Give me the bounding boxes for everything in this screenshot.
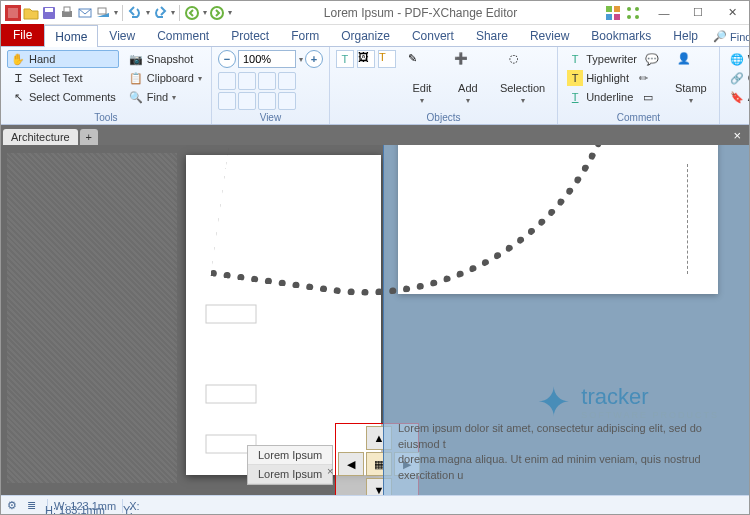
edit-button[interactable]: ✎Edit▾ — [402, 50, 442, 107]
web-links-button[interactable]: 🌐Web Links▾ — [726, 50, 750, 68]
zoom-in-button[interactable]: + — [305, 50, 323, 68]
selection-icon: ◌ — [509, 52, 537, 80]
statusbar: ⚙ ≣ W: 123.1mm X: — [1, 495, 749, 515]
view-opt[interactable] — [218, 72, 236, 90]
hand-tool[interactable]: ✋Hand — [7, 50, 119, 68]
quick-access-toolbar: ▾ ▾ ▾ ▾ ▾ — [1, 5, 236, 21]
ui-opt-2-icon[interactable] — [625, 5, 641, 21]
undo-icon[interactable] — [127, 5, 143, 21]
note-icon[interactable]: 💬 — [644, 51, 660, 67]
logo-mark-icon: ✦ — [537, 379, 571, 425]
tab-protect[interactable]: Protect — [220, 24, 280, 46]
view-opt[interactable] — [278, 72, 296, 90]
document-tabstrip: Architecture + × — [1, 125, 749, 145]
redo-icon[interactable] — [152, 5, 168, 21]
find-icon: 🔍 — [128, 89, 144, 105]
tracker-logo: ✦ tracker SOFTWARE PRODUCTS — [537, 379, 719, 425]
edit-image-icon[interactable]: 🖼 — [357, 50, 375, 68]
doc-tab-add[interactable]: + — [80, 129, 98, 145]
shape-icon[interactable]: ▭ — [640, 89, 656, 105]
open-icon[interactable] — [23, 5, 39, 21]
pencil-icon[interactable]: ✏ — [636, 70, 652, 86]
svg-point-15 — [627, 15, 631, 19]
add-bookmark-button[interactable]: 🔖Add Bookmark — [726, 88, 750, 106]
status-y: Y: — [123, 504, 133, 515]
tab-home[interactable]: Home — [44, 25, 98, 47]
titlebar: ▾ ▾ ▾ ▾ ▾ Lorem Ipsum - PDF-XChange Edit… — [1, 1, 749, 25]
file-tab[interactable]: File — [1, 24, 44, 46]
highlight-tool[interactable]: THighlight✏ — [564, 69, 663, 87]
dock-left-icon[interactable]: ◀ — [338, 452, 364, 476]
stamp-icon: 👤 — [677, 52, 705, 80]
maximize-button[interactable]: ☐ — [681, 1, 715, 25]
view-opt[interactable] — [238, 92, 256, 110]
tab-form[interactable]: Form — [280, 24, 330, 46]
dragged-window-overlay[interactable]: ✦ tracker SOFTWARE PRODUCTS Lorem ipsum … — [383, 145, 749, 495]
ui-opt-1-icon[interactable] — [605, 5, 621, 21]
zoom-input[interactable] — [238, 50, 296, 68]
svg-point-16 — [635, 15, 639, 19]
typewriter-tool[interactable]: TTypewriter💬 — [564, 50, 663, 68]
doc-tab-architecture[interactable]: Architecture — [3, 129, 78, 145]
tab-review[interactable]: Review — [519, 24, 580, 46]
tab-help[interactable]: Help — [662, 24, 709, 46]
create-link-button[interactable]: 🔗Create Link — [726, 69, 750, 87]
tab-convert[interactable]: Convert — [401, 24, 465, 46]
svg-rect-2 — [45, 8, 53, 12]
svg-rect-4 — [64, 7, 70, 12]
tab-bookmarks[interactable]: Bookmarks — [580, 24, 662, 46]
tab-share[interactable]: Share — [465, 24, 519, 46]
doc-tab-close[interactable]: × — [725, 126, 749, 145]
selection-button[interactable]: ◌Selection▾ — [494, 50, 551, 107]
menu-tabstrip: File Home View Comment Protect Form Orga… — [1, 25, 749, 47]
view-opt[interactable] — [218, 92, 236, 110]
group-links: 🌐Web Links▾ 🔗Create Link 🔖Add Bookmark L… — [720, 47, 750, 124]
globe-icon: 🌐 — [729, 51, 745, 67]
svg-rect-12 — [614, 14, 620, 20]
add-text-icon[interactable]: T — [378, 50, 396, 68]
view-opt[interactable] — [258, 92, 276, 110]
float-label-2[interactable]: Lorem Ipsum — [248, 465, 332, 484]
layers-icon[interactable]: ≣ — [27, 499, 41, 513]
qat-dropdown-icon[interactable]: ▾ — [114, 8, 118, 17]
add-button[interactable]: ➕Add▾ — [448, 50, 488, 107]
nav-next-icon[interactable] — [209, 5, 225, 21]
zoom-out-button[interactable]: − — [218, 50, 236, 68]
tab-view[interactable]: View — [98, 24, 146, 46]
window-title: Lorem Ipsum - PDF-XChange Editor — [236, 6, 605, 20]
highlight-icon: T — [567, 70, 583, 86]
underline-tool[interactable]: TUnderline▭ — [564, 88, 663, 106]
float-close-icon[interactable]: × — [327, 465, 333, 477]
svg-rect-6 — [98, 8, 106, 14]
nav-prev-icon[interactable] — [184, 5, 200, 21]
clipboard-tool[interactable]: 📋Clipboard▾ — [125, 69, 205, 87]
snapshot-tool[interactable]: 📷Snapshot — [125, 50, 205, 68]
status-height: H: 183.1mm — [45, 504, 105, 515]
underline-icon: T — [567, 89, 583, 105]
view-opt[interactable] — [238, 72, 256, 90]
float-label-1[interactable]: Lorem Ipsum — [248, 446, 332, 465]
view-opt[interactable] — [278, 92, 296, 110]
dashed-line — [687, 164, 688, 274]
minimize-button[interactable]: — — [647, 1, 681, 25]
stamp-button[interactable]: 👤Stamp▾ — [669, 50, 713, 107]
ribbon: ✋Hand ᏆSelect Text ↖Select Comments 📷Sna… — [1, 47, 749, 125]
select-text-tool[interactable]: ᏆSelect Text — [7, 69, 119, 87]
thumbnail-panel[interactable] — [7, 153, 177, 483]
select-comments-tool[interactable]: ↖Select Comments — [7, 88, 119, 106]
svg-rect-11 — [606, 14, 612, 20]
floating-tab-labels: Lorem Ipsum Lorem Ipsum — [247, 445, 333, 485]
close-button[interactable]: ✕ — [715, 1, 749, 25]
find-button[interactable]: 🔎Find... — [709, 28, 750, 46]
edit-text-icon[interactable]: T — [336, 50, 354, 68]
mail-icon[interactable] — [77, 5, 93, 21]
bookmark-icon: 🔖 — [729, 89, 745, 105]
save-icon[interactable] — [41, 5, 57, 21]
tab-organize[interactable]: Organize — [330, 24, 401, 46]
scan-icon[interactable] — [95, 5, 111, 21]
view-opt[interactable] — [258, 72, 276, 90]
options-icon[interactable]: ⚙ — [7, 499, 21, 513]
tab-comment[interactable]: Comment — [146, 24, 220, 46]
find-tool[interactable]: 🔍Find▾ — [125, 88, 205, 106]
print-icon[interactable] — [59, 5, 75, 21]
